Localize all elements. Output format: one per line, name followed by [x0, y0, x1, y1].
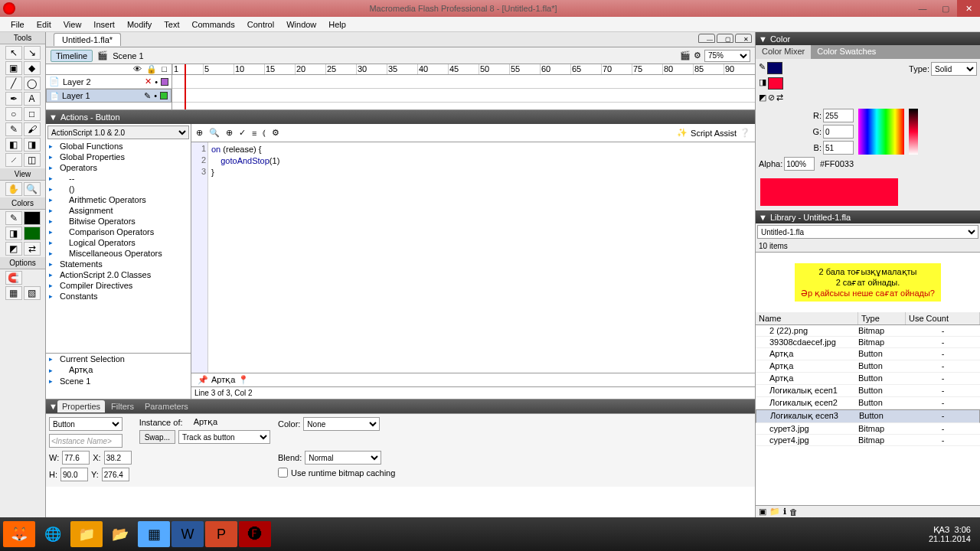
app-icon-2[interactable]: ▦ — [138, 521, 170, 547]
fill-type-select[interactable]: Solid — [931, 62, 977, 76]
firefox-icon[interactable]: 🦊 — [3, 521, 35, 547]
snap-tool[interactable]: 🧲 — [5, 271, 22, 285]
instance-name-input[interactable] — [49, 434, 122, 448]
menu-help[interactable]: Help — [322, 18, 352, 31]
menu-view[interactable]: View — [57, 18, 88, 31]
library-item[interactable]: Логикалық есеп2Button- — [756, 397, 980, 409]
menu-text[interactable]: Text — [158, 18, 185, 31]
free-transform-tool[interactable]: ▣ — [5, 61, 22, 75]
line-tool[interactable]: ╱ — [5, 77, 22, 90]
ink-bottle-tool[interactable]: ◧ — [5, 138, 22, 152]
option-2[interactable]: ▧ — [24, 286, 41, 300]
alpha-input[interactable] — [784, 157, 815, 171]
menu-commands[interactable]: Commands — [185, 18, 240, 31]
menu-file[interactable]: File — [5, 18, 31, 31]
tree-item[interactable]: Scene 1 — [46, 376, 191, 386]
layer-row[interactable]: 📄Layer 2✕• — [46, 75, 172, 89]
zoom-select[interactable]: 75% — [704, 50, 750, 62]
tree-item[interactable]: Global Functions — [46, 141, 191, 152]
help-icon[interactable]: ❔ — [740, 128, 750, 138]
menu-control[interactable]: Control — [241, 18, 280, 31]
width-input[interactable] — [62, 451, 90, 465]
powerpoint-icon[interactable]: P — [205, 521, 237, 547]
gradient-tool[interactable]: ◆ — [24, 61, 41, 75]
properties-panel-header[interactable]: ▼ Properties Filters Parameters — [46, 399, 755, 413]
layer-row[interactable]: 📄Layer 1✎• — [46, 89, 172, 103]
clock-time[interactable]: 3:06 — [955, 525, 971, 534]
tree-item[interactable]: Assignment — [46, 205, 191, 216]
lock-icon[interactable]: 🔒 — [146, 64, 157, 74]
default-colors[interactable]: ◩ — [5, 242, 22, 256]
green-input[interactable] — [823, 125, 854, 139]
tree-item[interactable]: Miscellaneous Operators — [46, 248, 191, 259]
brush-tool[interactable]: 🖌 — [24, 122, 41, 136]
menu-window[interactable]: Window — [280, 18, 322, 31]
tree-item[interactable]: Constants — [46, 291, 191, 302]
color-panel-header[interactable]: ▼ Color — [756, 32, 980, 45]
clock-date[interactable]: 21.11.2014 — [929, 534, 971, 543]
actions-panel-header[interactable]: ▼ Actions - Button — [46, 110, 755, 124]
tree-item[interactable]: () — [46, 184, 191, 194]
swap-button[interactable]: Swap... — [139, 430, 175, 444]
fill-swatch[interactable] — [24, 227, 41, 240]
frame-ruler[interactable]: 151015202530354045505560657075808590 — [172, 64, 755, 75]
library-item[interactable]: Логикалық есеп3Button- — [756, 409, 980, 423]
library-item[interactable]: сурет4.jpgBitmap- — [756, 435, 980, 446]
pencil-tool[interactable]: ✎ — [5, 122, 22, 136]
eyedropper-tool[interactable]: ⟋ — [5, 153, 22, 167]
doc-restore[interactable]: ▢ — [717, 34, 733, 43]
eye-icon[interactable]: 👁 — [133, 64, 142, 74]
library-item[interactable]: Логикалық есеп1Button- — [756, 385, 980, 397]
bitmap-caching-checkbox[interactable] — [278, 468, 288, 478]
actionscript-version-select[interactable]: ActionScript 1.0 & 2.0 — [47, 126, 189, 139]
tree-item[interactable]: Bitwise Operators — [46, 216, 191, 227]
maximize-button[interactable]: ▢ — [934, 0, 957, 17]
code-target-tab[interactable]: 📌 Артқа 📍 — [191, 373, 755, 386]
hint-icon[interactable]: ⦅ — [263, 128, 266, 138]
new-symbol-icon[interactable]: ▣ — [759, 507, 766, 517]
library-item[interactable]: АртқаButton- — [756, 373, 980, 385]
tab-color-swatches[interactable]: Color Swatches — [811, 45, 882, 59]
menu-edit[interactable]: Edit — [31, 18, 57, 31]
code-editor[interactable]: 123 on (release) { gotoAndStop(1) } — [191, 142, 755, 373]
add-icon[interactable]: ⊕ — [196, 128, 203, 138]
layer-color[interactable] — [161, 78, 168, 86]
library-panel-header[interactable]: ▼ Library - Untitled-1.fla — [756, 210, 980, 223]
red-input[interactable] — [823, 109, 854, 122]
symbol-type-select[interactable]: Button — [49, 417, 122, 431]
word-icon[interactable]: W — [172, 521, 204, 547]
paint-bucket-tool[interactable]: ◨ — [24, 138, 41, 152]
format-icon[interactable]: ≡ — [252, 129, 256, 138]
tab-properties[interactable]: Properties — [57, 400, 105, 412]
menu-insert[interactable]: Insert — [87, 18, 121, 31]
tree-item[interactable]: Statements — [46, 259, 191, 269]
properties-icon[interactable]: ℹ — [783, 507, 786, 517]
edit-symbol-icon[interactable]: ⚙ — [694, 51, 701, 60]
library-list[interactable]: 2 (22).pngBitmap- 39308cdaecef.jpgBitmap… — [756, 325, 980, 505]
library-columns[interactable]: Name Type Use Count — [756, 312, 980, 325]
lasso-tool[interactable]: ◯ — [24, 77, 41, 90]
library-item[interactable]: сурет3.jpgBitmap- — [756, 423, 980, 435]
blue-input[interactable] — [823, 141, 854, 155]
flash-icon[interactable]: 🅕 — [239, 521, 271, 547]
new-folder-icon[interactable]: 📁 — [769, 507, 780, 517]
frame-track[interactable] — [172, 75, 755, 89]
text-tool[interactable]: A — [24, 92, 41, 106]
taskbar[interactable]: 🦊 🌐 📁 📂 ▦ W P 🅕 ҚАЗ 3:06 21.11.2014 — [0, 517, 980, 551]
no-color-icon[interactable]: ⊘ — [768, 93, 775, 103]
fill-color-swatch[interactable] — [768, 77, 783, 90]
document-tab[interactable]: Untitled-1.fla* — [54, 33, 121, 46]
library-item[interactable]: АртқаButton- — [756, 348, 980, 360]
fill-color[interactable]: ◨ — [5, 227, 22, 240]
swap-colors[interactable]: ⇄ — [24, 242, 41, 256]
default-colors-icon[interactable]: ◩ — [759, 93, 766, 103]
actions-toolbox[interactable]: Global Functions Global Properties Opera… — [46, 141, 191, 353]
swap-colors-icon[interactable]: ⇄ — [776, 93, 783, 103]
hex-value[interactable]: #FF0033 — [820, 159, 854, 168]
scene-name[interactable]: Scene 1 — [113, 51, 143, 60]
tree-item[interactable]: Current Selection — [46, 354, 191, 364]
tab-color-mixer[interactable]: Color Mixer — [756, 45, 811, 59]
y-input[interactable] — [102, 468, 129, 481]
close-button[interactable]: ✕ — [957, 0, 980, 17]
script-assist-button[interactable]: Script Assist — [691, 129, 737, 138]
